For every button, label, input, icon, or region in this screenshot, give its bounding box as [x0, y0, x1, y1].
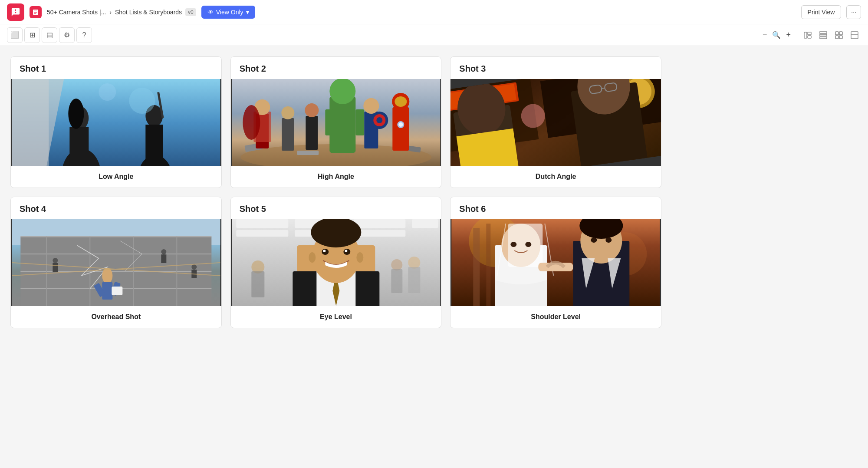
svg-point-115 — [323, 250, 326, 252]
breadcrumb-sep: › — [109, 9, 112, 16]
svg-point-37 — [305, 103, 319, 117]
svg-point-24 — [99, 83, 116, 101]
svg-point-23 — [129, 88, 155, 114]
svg-rect-104 — [408, 267, 420, 293]
layout-tool-button[interactable]: ▤ — [42, 27, 57, 43]
shot-5-label: Eye Level — [231, 306, 441, 328]
eye-icon: 👁 — [207, 9, 214, 16]
zoom-out-button[interactable]: − — [761, 29, 769, 41]
main-content: Shot 1 — [0, 46, 868, 339]
frame-tool-button[interactable]: ⬜ — [7, 27, 23, 43]
print-view-button[interactable]: Print View — [801, 5, 842, 19]
svg-line-67 — [602, 88, 605, 89]
shot-card-4: Shot 4 — [10, 197, 222, 328]
svg-rect-5 — [820, 37, 827, 39]
svg-rect-88 — [161, 254, 166, 263]
shot-card-5: Shot 5 — [230, 197, 442, 328]
svg-point-49 — [395, 96, 407, 107]
section-title[interactable]: Shot Lists & Storyboards — [115, 9, 182, 16]
shot-2-label: High Angle — [231, 166, 441, 188]
svg-point-116 — [345, 250, 347, 252]
shot-1-label: Low Angle — [11, 166, 221, 188]
svg-rect-2 — [808, 36, 811, 38]
shot-6-title: Shot 6 — [450, 197, 661, 219]
svg-rect-84 — [112, 287, 122, 295]
svg-point-128 — [511, 242, 517, 247]
shot-2-title: Shot 2 — [231, 57, 441, 79]
zoom-in-button[interactable]: + — [784, 29, 792, 41]
svg-point-46 — [376, 117, 382, 123]
frame-icon: ⬜ — [10, 31, 19, 39]
svg-point-105 — [391, 259, 402, 270]
zoom-controls: − 🔍 + — [761, 29, 792, 41]
shot-4-title: Shot 4 — [11, 197, 221, 219]
version-badge: v0 — [185, 8, 196, 16]
svg-point-136 — [606, 237, 612, 243]
svg-rect-81 — [102, 282, 112, 300]
shot-3-image — [450, 79, 661, 166]
shot-6-image — [450, 219, 661, 306]
svg-rect-97 — [412, 219, 438, 228]
project-title[interactable]: 50+ Camera Shots |... — [47, 9, 106, 16]
view-only-button[interactable]: 👁 View Only ▾ — [201, 6, 255, 19]
svg-point-18 — [68, 99, 84, 129]
grid-view-button[interactable] — [832, 29, 845, 42]
gear-icon: ⚙ — [64, 31, 70, 39]
svg-rect-98 — [236, 230, 288, 237]
shot-1-image — [11, 79, 221, 166]
svg-rect-106 — [391, 269, 402, 293]
shot-5-image — [231, 219, 441, 306]
shot-card-2: Shot 2 — [230, 56, 442, 188]
svg-rect-29 — [297, 151, 319, 155]
help-tool-button[interactable]: ? — [76, 27, 92, 43]
view-mode-controls — [801, 29, 861, 42]
svg-rect-36 — [306, 116, 318, 150]
svg-rect-3 — [820, 32, 827, 33]
svg-rect-41 — [355, 109, 364, 135]
svg-rect-0 — [804, 32, 807, 38]
svg-point-33 — [243, 105, 260, 140]
svg-point-43 — [363, 98, 379, 114]
svg-rect-6 — [835, 32, 838, 35]
logo-button[interactable] — [7, 3, 24, 21]
grid-tool-button[interactable]: ⊞ — [24, 27, 40, 43]
svg-point-35 — [281, 106, 294, 119]
shot-card-1: Shot 1 — [10, 56, 222, 188]
svg-point-85 — [53, 258, 58, 263]
svg-rect-7 — [839, 32, 842, 35]
layout-icon: ▤ — [46, 31, 53, 39]
shot-1-title: Shot 1 — [11, 57, 221, 79]
help-icon: ? — [82, 31, 86, 39]
svg-rect-10 — [851, 32, 858, 39]
svg-point-51 — [398, 122, 403, 127]
shot-3-title: Shot 3 — [450, 57, 661, 79]
svg-rect-1 — [808, 32, 811, 35]
shot-card-3: Shot 3 — [450, 56, 661, 188]
svg-point-103 — [408, 257, 420, 269]
project-icon — [30, 6, 42, 18]
shot-4-label: Overhead Shot — [11, 306, 221, 328]
breadcrumb: 50+ Camera Shots |... › Shot Lists & Sto… — [47, 8, 196, 16]
more-options-button[interactable]: ··· — [846, 5, 861, 19]
list-view-button[interactable] — [801, 29, 814, 42]
svg-rect-4 — [820, 34, 827, 36]
svg-rect-14 — [12, 79, 49, 166]
svg-point-118 — [309, 252, 316, 263]
settings-tool-button[interactable]: ⚙ — [59, 27, 75, 43]
svg-point-39 — [329, 79, 355, 104]
dropdown-arrow-icon: ▾ — [246, 9, 249, 16]
svg-rect-94 — [236, 219, 288, 228]
svg-point-87 — [161, 249, 166, 254]
svg-rect-124 — [487, 224, 491, 306]
shot-2-image — [231, 79, 441, 166]
svg-rect-17 — [69, 127, 89, 166]
svg-rect-96 — [353, 219, 405, 228]
shots-grid: Shot 1 — [10, 56, 661, 328]
expand-view-button[interactable] — [848, 29, 861, 42]
shot-4-image — [11, 219, 221, 306]
table-view-button[interactable] — [817, 29, 830, 42]
svg-rect-34 — [282, 118, 294, 151]
shot-6-label: Shoulder Level — [450, 306, 661, 328]
svg-point-89 — [191, 264, 197, 270]
svg-rect-100 — [353, 230, 405, 237]
